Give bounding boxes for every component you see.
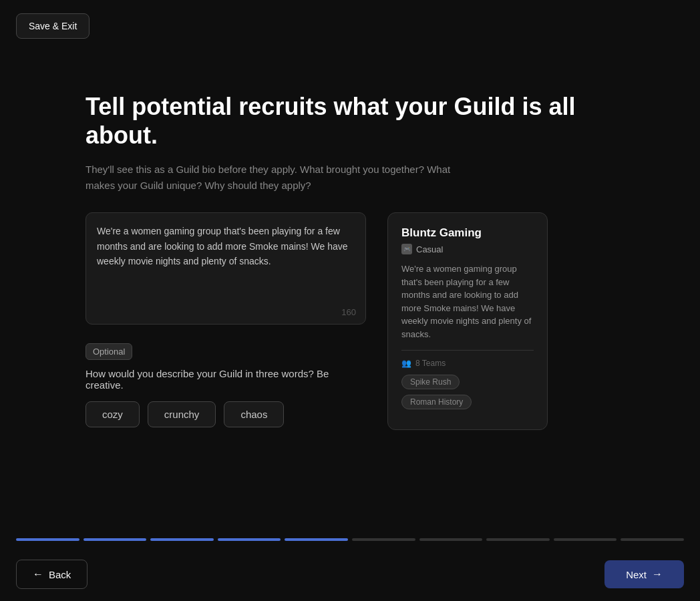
char-count: 160 [341,307,356,317]
next-label: Next [626,569,647,580]
main-content: Tell potential recruits what your Guild … [0,52,700,430]
left-column: 160 Optional How would you describe your… [85,212,366,427]
bio-textarea[interactable] [97,224,355,311]
preview-bio: We're a women gaming group that's been p… [401,262,534,341]
page-subtitle: They'll see this as a Guild bio before t… [85,162,460,194]
progress-segment-1 [83,538,147,541]
bio-textarea-wrapper: 160 [85,212,366,325]
progress-segment-3 [218,538,281,541]
progress-bar [0,538,700,541]
back-button[interactable]: ← Back [16,560,88,589]
progress-segment-0 [16,538,79,541]
tag-row: cozy crunchy chaos [85,401,366,427]
preview-tag-1: Roman History [401,395,472,409]
progress-segment-7 [486,538,550,541]
back-label: Back [49,569,71,580]
preview-tag-0: Spike Rush [401,375,460,389]
preview-card: Bluntz Gaming 🎮 Casual We're a women gam… [387,212,548,430]
preview-members: 👥 8 Teams [401,359,534,368]
progress-segment-5 [352,538,415,541]
preview-game-label: Casual [416,244,443,254]
back-arrow-icon: ← [33,568,43,580]
page-heading: Tell potential recruits what your Guild … [85,92,615,150]
save-exit-button[interactable]: Save & Exit [16,13,90,39]
progress-segment-6 [419,538,483,541]
optional-badge: Optional [85,343,132,360]
tag-crunchy[interactable]: crunchy [148,401,216,427]
progress-segment-4 [285,538,348,541]
content-row: 160 Optional How would you describe your… [85,212,615,430]
progress-segment-2 [150,538,214,541]
game-icon: 🎮 [401,244,412,254]
next-button[interactable]: Next → [604,560,684,588]
progress-segment-9 [621,538,684,541]
tag-cozy[interactable]: cozy [85,401,140,427]
top-bar: Save & Exit [0,0,700,52]
optional-section: Optional How would you describe your Gui… [85,343,366,427]
preview-tags-row: Spike Rush Roman History [401,375,534,409]
optional-label: How would you describe your Guild in thr… [85,368,366,391]
next-arrow-icon: → [652,568,663,580]
tag-chaos[interactable]: chaos [224,401,284,427]
preview-game-tag: 🎮 Casual [401,244,534,254]
members-icon: 👥 [401,359,411,368]
preview-divider [401,350,534,351]
bottom-nav: ← Back Next → [0,548,700,601]
progress-segment-8 [554,538,617,541]
preview-guild-name: Bluntz Gaming [401,226,534,240]
